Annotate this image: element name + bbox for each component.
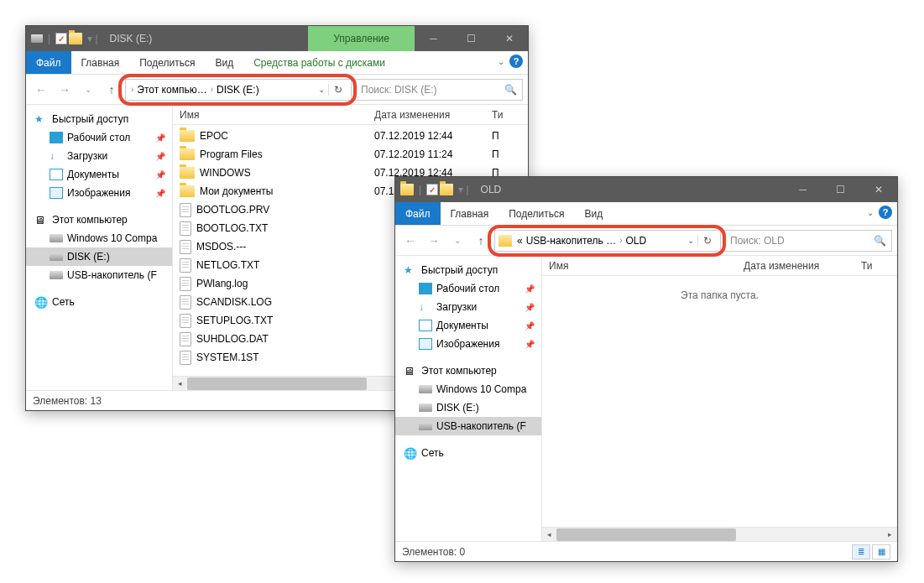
tree-disk-e[interactable]: DISK (E:) [395, 398, 541, 417]
recent-locations-button[interactable]: ⌄ [447, 231, 467, 251]
breadcrumb-segment[interactable]: OLD [624, 235, 649, 247]
tree-quick-access[interactable]: ★Быстрый доступ [395, 261, 541, 279]
tree-desktop[interactable]: Рабочий стол📌 [26, 128, 172, 147]
chevron-right-icon[interactable]: › [618, 236, 624, 245]
close-button[interactable]: ✕ [490, 26, 528, 51]
manage-contextual-tab[interactable]: Управление [308, 26, 415, 51]
desktop-icon [50, 132, 63, 143]
tree-desktop[interactable]: Рабочий стол📌 [395, 279, 541, 298]
horizontal-scrollbar[interactable]: ◂ ▸ [542, 527, 897, 541]
refresh-icon[interactable]: ↻ [697, 235, 717, 247]
breadcrumb-segment[interactable]: DISK (E:) [215, 84, 261, 96]
folder-icon[interactable] [69, 33, 82, 44]
scroll-left-button[interactable]: ◂ [542, 528, 556, 542]
titlebar[interactable]: | ▾ | DISK (E:) Управление ─ ☐ ✕ [26, 26, 528, 51]
tab-file[interactable]: Файл [395, 202, 441, 225]
up-button[interactable]: ↑ [471, 231, 491, 251]
tree-this-pc[interactable]: Этот компьютер [395, 362, 541, 380]
ribbon-expand-icon[interactable]: ⌄ [498, 57, 504, 66]
column-header-name[interactable]: Имя [542, 260, 744, 272]
tree-usb-drive[interactable]: USB-накопитель (F [395, 417, 541, 435]
file-row[interactable]: EPOC07.12.2019 12:44П [173, 127, 528, 145]
chevron-right-icon[interactable]: › [209, 85, 215, 94]
details-view-button[interactable]: ≣ [852, 544, 870, 560]
refresh-icon[interactable]: ↻ [328, 84, 347, 96]
file-icon [180, 332, 191, 346]
folder-icon [180, 185, 195, 197]
tree-pictures[interactable]: Изображения📌 [26, 184, 172, 202]
tree-downloads[interactable]: Загрузки📌 [26, 147, 172, 165]
tree-disk-e[interactable]: DISK (E:) [26, 247, 172, 266]
search-icon[interactable]: 🔍 [504, 84, 517, 96]
pictures-icon [50, 187, 63, 199]
qat-checkbox-icon[interactable] [426, 184, 438, 195]
column-header-date[interactable]: Дата изменения [374, 109, 492, 121]
scroll-right-button[interactable]: ▸ [883, 528, 897, 542]
navigation-pane[interactable]: ★Быстрый доступ Рабочий стол📌 Загрузки📌 … [395, 256, 542, 541]
column-headers[interactable]: Имя Дата изменения Ти [173, 105, 528, 125]
column-header-type[interactable]: Ти [861, 260, 897, 272]
ribbon-expand-icon[interactable]: ⌄ [867, 208, 874, 217]
titlebar[interactable]: | ▾ | OLD ─ ☐ ✕ [395, 177, 897, 202]
window-controls: ─ ☐ ✕ [415, 26, 528, 51]
file-list[interactable]: Эта папка пуста. [542, 276, 897, 527]
address-bar[interactable]: › Этот компью… › DISK (E:) ⌄ ↻ [125, 79, 352, 101]
search-icon[interactable]: 🔍 [874, 235, 886, 247]
tree-network[interactable]: Сеть [395, 444, 541, 462]
tab-view[interactable]: Вид [574, 202, 613, 225]
qat-checkbox-icon[interactable] [55, 33, 67, 44]
address-dropdown-icon[interactable]: ⌄ [684, 236, 697, 245]
column-header-type[interactable]: Ти [492, 109, 528, 121]
scroll-left-button[interactable]: ◂ [173, 377, 187, 391]
tab-view[interactable]: Вид [205, 51, 243, 74]
tree-pictures[interactable]: Изображения📌 [395, 335, 541, 353]
tree-win10-drive[interactable]: Windows 10 Compa [26, 229, 172, 247]
tab-share[interactable]: Поделиться [499, 202, 574, 225]
breadcrumb-segment[interactable]: USB-накопитель … [525, 235, 618, 247]
breadcrumb-overflow[interactable]: « [515, 235, 525, 247]
tab-drive-tools[interactable]: Средства работы с дисками [243, 51, 395, 74]
back-button[interactable]: ← [400, 231, 420, 251]
back-button[interactable]: ← [31, 80, 51, 100]
navigation-pane[interactable]: ★Быстрый доступ Рабочий стол📌 Загрузки📌 … [26, 105, 173, 390]
maximize-button[interactable]: ☐ [822, 177, 859, 202]
tree-documents[interactable]: Документы📌 [26, 165, 172, 184]
tree-quick-access[interactable]: ★Быстрый доступ [26, 110, 172, 128]
column-headers[interactable]: Имя Дата изменения Ти [542, 256, 897, 276]
recent-locations-button[interactable]: ⌄ [78, 80, 98, 100]
pin-icon: 📌 [525, 340, 535, 349]
minimize-button[interactable]: ─ [784, 177, 822, 202]
tab-file[interactable]: Файл [26, 51, 71, 74]
tree-network[interactable]: Сеть [26, 293, 172, 311]
file-icon [180, 277, 191, 291]
address-bar[interactable]: « USB-накопитель … › OLD ⌄ ↻ [494, 230, 721, 252]
search-input[interactable]: Поиск: OLD 🔍 [724, 230, 892, 252]
drive-icon [50, 271, 63, 279]
forward-button[interactable]: → [424, 231, 444, 251]
tree-documents[interactable]: Документы📌 [395, 316, 541, 335]
search-input[interactable]: Поиск: DISK (E:) 🔍 [355, 79, 523, 101]
folder-icon[interactable] [440, 184, 453, 195]
tree-this-pc[interactable]: Этот компьютер [26, 211, 172, 229]
icons-view-button[interactable]: ▦ [872, 544, 890, 560]
help-icon[interactable]: ? [879, 206, 892, 219]
column-header-name[interactable]: Имя [173, 109, 374, 121]
address-dropdown-icon[interactable]: ⌄ [315, 85, 328, 94]
close-button[interactable]: ✕ [859, 177, 897, 202]
help-icon[interactable]: ? [509, 55, 523, 68]
breadcrumb-segment[interactable]: Этот компью… [135, 84, 208, 96]
tree-usb-drive[interactable]: USB-накопитель (F [26, 266, 172, 284]
tab-share[interactable]: Поделиться [129, 51, 205, 74]
up-button[interactable]: ↑ [102, 80, 122, 100]
minimize-button[interactable]: ─ [415, 26, 452, 51]
tree-downloads[interactable]: Загрузки📌 [395, 298, 541, 316]
column-header-date[interactable]: Дата изменения [744, 260, 861, 272]
maximize-button[interactable]: ☐ [452, 26, 490, 51]
chevron-right-icon[interactable]: › [129, 85, 135, 94]
file-row[interactable]: Program Files07.12.2019 11:24П [173, 145, 528, 164]
forward-button[interactable]: → [55, 80, 75, 100]
tab-home[interactable]: Главная [441, 202, 499, 225]
tab-home[interactable]: Главная [71, 51, 130, 74]
window-controls: ─ ☐ ✕ [784, 177, 897, 202]
tree-win10-drive[interactable]: Windows 10 Compa [395, 380, 541, 398]
